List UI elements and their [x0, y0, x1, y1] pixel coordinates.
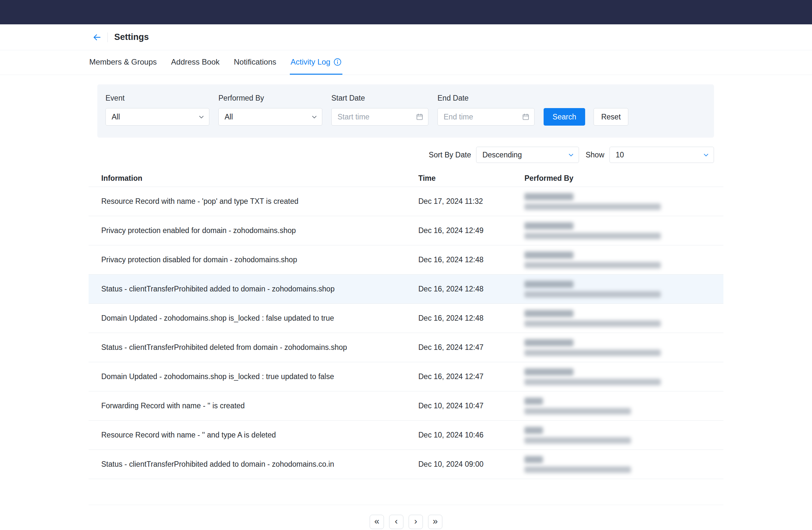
row-time: Dec 16, 2024 12:48: [418, 255, 524, 264]
performer-name-redacted: [524, 456, 543, 463]
chevron-down-icon: [703, 152, 709, 158]
performer-email-redacted: [524, 233, 661, 239]
table-row[interactable]: Domain Updated - zohodomains.shop is_loc…: [89, 304, 723, 333]
column-header-information: Information: [101, 174, 418, 183]
tab-label: Members & Groups: [89, 57, 157, 67]
table-row[interactable]: Forwarding Record with name - '' is crea…: [89, 391, 723, 421]
sort-order-select[interactable]: Descending: [476, 147, 579, 163]
page-header: Settings: [0, 24, 812, 50]
column-header-performed-by: Performed By: [524, 174, 723, 183]
performer-name-redacted: [524, 368, 574, 375]
row-performed-by: [524, 339, 723, 356]
row-time: Dec 16, 2024 12:48: [418, 314, 524, 323]
page-title: Settings: [114, 32, 149, 42]
column-header-time: Time: [418, 174, 524, 183]
performer-email-redacted: [524, 320, 661, 327]
filter-panel: Event All Performed By All Start Date St…: [97, 84, 714, 138]
row-time: Dec 10, 2024 09:00: [418, 460, 524, 469]
show-label: Show: [585, 151, 604, 159]
start-date-input[interactable]: Start time: [331, 108, 429, 126]
table-row[interactable]: Privacy protection disabled for domain -…: [89, 245, 723, 275]
performer-name-redacted: [524, 222, 574, 229]
row-time: Dec 17, 2024 11:32: [418, 197, 524, 206]
prev-page-button[interactable]: ‹: [389, 515, 403, 529]
tab-activity-log[interactable]: Activity Log: [290, 50, 343, 75]
row-info: Status - clientTransferProhibited added …: [101, 460, 418, 469]
performer-name-redacted: [524, 398, 543, 405]
next-page-button[interactable]: ›: [409, 515, 423, 529]
tab-label: Notifications: [234, 57, 276, 67]
calendar-icon: [416, 113, 423, 121]
start-date-group: Start Date Start time: [331, 94, 429, 126]
performed-by-filter-select[interactable]: All: [218, 108, 322, 126]
table-row[interactable]: Status - clientTransferProhibited delete…: [89, 333, 723, 362]
row-info: Domain Updated - zohodomains.shop is_loc…: [101, 372, 418, 381]
performer-email-redacted: [524, 379, 661, 385]
performer-email-redacted: [524, 262, 661, 268]
sort-order-value: Descending: [482, 151, 522, 159]
table-row[interactable]: Status - clientTransferProhibited added …: [89, 450, 723, 479]
tabs: Members & GroupsAddress BookNotification…: [0, 50, 812, 75]
row-performed-by: [524, 222, 723, 239]
performer-name-redacted: [524, 339, 574, 346]
chevron-down-icon: [568, 152, 574, 158]
row-performed-by: [524, 398, 723, 414]
tab-label: Address Book: [171, 57, 219, 67]
row-info: Privacy protection enabled for domain - …: [101, 226, 418, 235]
info-icon: [333, 58, 342, 66]
sort-by-date-label: Sort By Date: [429, 151, 471, 159]
event-filter-label: Event: [105, 94, 209, 103]
row-info: Resource Record with name - 'pop' and ty…: [101, 197, 418, 206]
table-footer: [89, 479, 723, 505]
tab-members-groups[interactable]: Members & Groups: [89, 50, 157, 75]
performed-by-filter-label: Performed By: [218, 94, 322, 103]
performer-name-redacted: [524, 193, 574, 200]
first-page-button[interactable]: «: [369, 515, 384, 529]
event-filter-value: All: [112, 113, 120, 121]
event-filter-select[interactable]: All: [105, 108, 209, 126]
event-filter-group: Event All: [105, 94, 209, 126]
start-date-placeholder: Start time: [337, 113, 369, 121]
table-header: Information Time Performed By: [89, 170, 723, 187]
tab-notifications[interactable]: Notifications: [233, 50, 277, 75]
start-date-label: Start Date: [331, 94, 429, 103]
reset-button[interactable]: Reset: [594, 108, 628, 126]
page-size-value: 10: [616, 151, 624, 159]
tab-label: Activity Log: [290, 57, 330, 67]
row-time: Dec 10, 2024 10:46: [418, 431, 524, 440]
performer-email-redacted: [524, 408, 631, 414]
row-performed-by: [524, 193, 723, 210]
search-button[interactable]: Search: [543, 108, 585, 126]
row-performed-by: [524, 427, 723, 444]
performer-email-redacted: [524, 203, 661, 210]
chevron-down-icon: [198, 114, 204, 120]
table-row[interactable]: Status - clientTransferProhibited added …: [89, 275, 723, 304]
row-info: Forwarding Record with name - '' is crea…: [101, 401, 418, 410]
performer-email-redacted: [524, 349, 661, 356]
sort-row: Sort By Date Descending Show 10: [89, 147, 714, 163]
performer-email-redacted: [524, 291, 661, 298]
table-row[interactable]: Domain Updated - zohodomains.shop is_loc…: [89, 362, 723, 391]
row-info: Status - clientTransferProhibited added …: [101, 285, 418, 293]
performed-by-filter-group: Performed By All: [218, 94, 322, 126]
row-time: Dec 16, 2024 12:47: [418, 343, 524, 352]
end-date-label: End Date: [437, 94, 535, 103]
last-page-button[interactable]: »: [428, 515, 443, 529]
top-navigation-bar: [0, 0, 812, 24]
row-time: Dec 10, 2024 10:47: [418, 401, 524, 410]
page-size-select[interactable]: 10: [609, 147, 714, 163]
tab-address-book[interactable]: Address Book: [170, 50, 220, 75]
row-info: Domain Updated - zohodomains.shop is_loc…: [101, 314, 418, 323]
table-row[interactable]: Resource Record with name - '' and type …: [89, 421, 723, 450]
performer-name-redacted: [524, 252, 574, 259]
activity-log-table: Information Time Performed By Resource R…: [89, 170, 723, 505]
performed-by-filter-value: All: [224, 113, 233, 121]
row-info: Privacy protection disabled for domain -…: [101, 255, 418, 264]
end-date-input[interactable]: End time: [437, 108, 535, 126]
row-time: Dec 16, 2024 12:49: [418, 226, 524, 235]
back-button[interactable]: [92, 32, 102, 43]
table-row[interactable]: Resource Record with name - 'pop' and ty…: [89, 187, 723, 216]
row-time: Dec 16, 2024 12:48: [418, 285, 524, 293]
table-row[interactable]: Privacy protection enabled for domain - …: [89, 216, 723, 245]
row-time: Dec 16, 2024 12:47: [418, 372, 524, 381]
